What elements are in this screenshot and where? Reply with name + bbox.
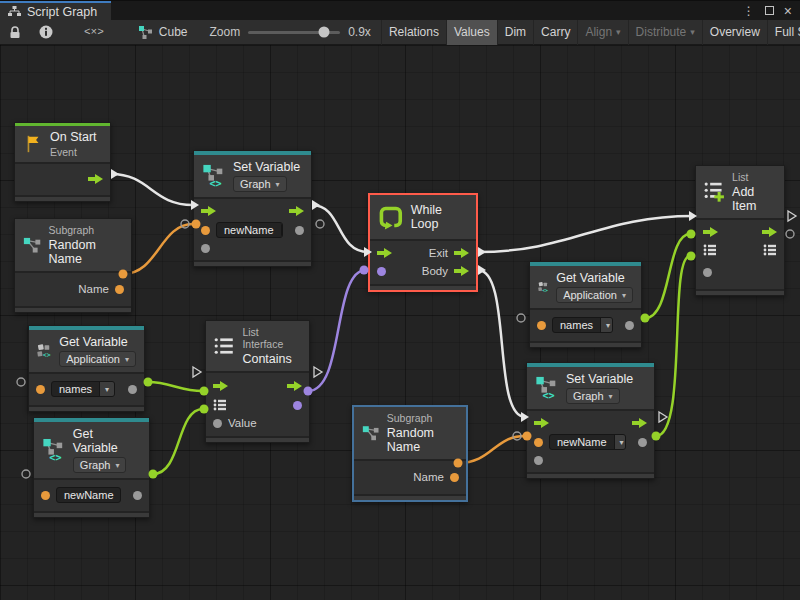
scope-dropdown[interactable]: Graph▾: [73, 457, 127, 473]
condition-input-port[interactable]: [377, 267, 386, 276]
flow-output-port[interactable]: [632, 418, 647, 428]
application-variable-icon: <>: [37, 338, 52, 364]
node-add-item[interactable]: List Add Item: [695, 165, 785, 296]
variable-name-dropdown[interactable]: newName▾: [56, 487, 121, 503]
node-footer: [206, 436, 309, 442]
node-footer: [194, 260, 311, 266]
list-input-port[interactable]: [703, 244, 717, 256]
align-dropdown[interactable]: Align▾: [577, 20, 627, 45]
scope-dropdown[interactable]: Graph▾: [566, 388, 620, 404]
node-icon: [138, 25, 153, 40]
value-output-port[interactable]: [128, 385, 137, 394]
value-input-port[interactable]: [41, 491, 50, 500]
zoom-slider-handle[interactable]: [318, 27, 329, 38]
fullscreen-button[interactable]: Full Screen: [767, 20, 800, 45]
node-subgraph-left[interactable]: Subgraph Random Name Name: [14, 218, 132, 313]
value-input-port[interactable]: [534, 438, 543, 447]
value-input-port[interactable]: [201, 226, 210, 235]
context-label: Cube: [159, 25, 188, 39]
subgraph-icon: [23, 235, 42, 255]
value-output-port[interactable]: [133, 491, 142, 500]
subgraph-icon: [362, 423, 380, 443]
context-target[interactable]: Cube: [126, 25, 200, 40]
zoom-slider[interactable]: [248, 31, 340, 34]
body-port-label: Body: [422, 265, 448, 277]
flow-input-port[interactable]: [703, 227, 718, 237]
graph-variable-icon: <>: [535, 375, 559, 401]
variable-name-dropdown[interactable]: names▾: [552, 317, 613, 333]
list-add-icon: [704, 180, 725, 204]
node-subgraph-center[interactable]: Subgraph Random Name Name: [352, 405, 468, 502]
window-controls: ⋮ ×: [743, 1, 800, 20]
scope-dropdown[interactable]: Graph▾: [233, 176, 287, 192]
flow-output-port[interactable]: [762, 227, 777, 237]
maximize-icon[interactable]: [765, 6, 774, 15]
flow-output-port[interactable]: [88, 174, 103, 184]
distribute-dropdown[interactable]: Distribute▾: [628, 20, 702, 45]
value-output-port[interactable]: [638, 438, 647, 447]
tab-bar: Script Graph ⋮ ×: [0, 0, 800, 20]
value-input-port[interactable]: [201, 244, 210, 253]
value-input-port[interactable]: [213, 419, 222, 428]
value-output-port[interactable]: [295, 226, 304, 235]
value-input-port[interactable]: [537, 321, 546, 330]
value-output-port[interactable]: [115, 285, 124, 294]
carry-button[interactable]: Carry: [533, 20, 577, 45]
node-while-loop[interactable]: While Loop Exit Body: [368, 193, 478, 292]
graph-canvas[interactable]: On Start Event: [0, 45, 800, 600]
list-output-port[interactable]: [763, 244, 777, 256]
node-title: Get Variable: [73, 427, 141, 455]
node-set-variable-left[interactable]: <> Set Variable Graph▾ newNa: [193, 150, 312, 267]
flow-input-port[interactable]: [201, 206, 216, 216]
flow-input-port[interactable]: [377, 248, 392, 258]
flow-output-port-exit[interactable]: [454, 248, 469, 258]
node-get-variable-graph-left[interactable]: <> Get Variable Graph▾ newName▾: [33, 417, 150, 518]
node-get-variable-app-left[interactable]: <> Get Variable Application▾ names▾: [28, 325, 145, 412]
value-output-port[interactable]: [625, 321, 634, 330]
node-contains[interactable]: List Interface Contains: [205, 320, 310, 443]
lock-icon[interactable]: [0, 20, 30, 45]
variable-name-dropdown[interactable]: names▾: [51, 381, 115, 397]
tab-script-graph[interactable]: Script Graph: [0, 1, 111, 20]
node-footer: [15, 195, 110, 201]
flow-output-port[interactable]: [287, 381, 302, 391]
variable-name-dropdown[interactable]: newName▾: [549, 434, 626, 450]
graph-toolbar: <×> Cube Zoom 0.9x Relations Values Dim …: [0, 20, 800, 45]
list-input-port[interactable]: [213, 399, 227, 411]
dim-button[interactable]: Dim: [497, 20, 533, 45]
node-title: Set Variable: [233, 160, 300, 174]
value-input-port[interactable]: [534, 456, 543, 465]
flow-output-port-body[interactable]: [454, 266, 469, 276]
scope-dropdown[interactable]: Application▾: [59, 351, 136, 367]
zoom-value: 0.9x: [348, 25, 371, 39]
values-button[interactable]: Values: [446, 20, 497, 45]
node-get-variable-app-right[interactable]: <> Get Variable Application▾ names▾: [529, 261, 642, 348]
chevron-down-icon: ▾: [276, 180, 280, 189]
flow-output-port[interactable]: [289, 206, 304, 216]
svg-text:<>: <>: [209, 178, 221, 189]
value-output-port[interactable]: [450, 473, 459, 482]
scope-dropdown[interactable]: Application▾: [556, 287, 633, 303]
node-kind: List: [732, 171, 776, 183]
close-icon[interactable]: ×: [784, 6, 792, 16]
item-input-port[interactable]: [703, 268, 712, 277]
node-footer: [354, 494, 466, 500]
info-icon[interactable]: [30, 20, 62, 45]
variable-name-dropdown[interactable]: newName▾: [216, 222, 283, 238]
result-output-port[interactable]: [293, 401, 302, 410]
node-set-variable-right[interactable]: <> Set Variable Graph▾ newNa: [526, 362, 655, 479]
value-input-port[interactable]: [36, 385, 45, 394]
relations-button[interactable]: Relations: [381, 20, 446, 45]
node-on-start[interactable]: On Start Event: [14, 122, 111, 202]
flow-input-port[interactable]: [534, 418, 549, 428]
code-icon[interactable]: <×>: [62, 26, 126, 38]
graph-variable-icon: <>: [42, 437, 66, 463]
flow-input-port[interactable]: [213, 381, 228, 391]
chevron-down-icon: ▾: [115, 461, 119, 470]
flag-icon: [23, 133, 43, 155]
node-title: Random Name: [387, 426, 458, 454]
overview-button[interactable]: Overview: [702, 20, 767, 45]
menu-icon[interactable]: ⋮: [743, 4, 755, 18]
node-title: Random Name: [49, 238, 123, 266]
chevron-down-icon: ▾: [690, 27, 695, 37]
